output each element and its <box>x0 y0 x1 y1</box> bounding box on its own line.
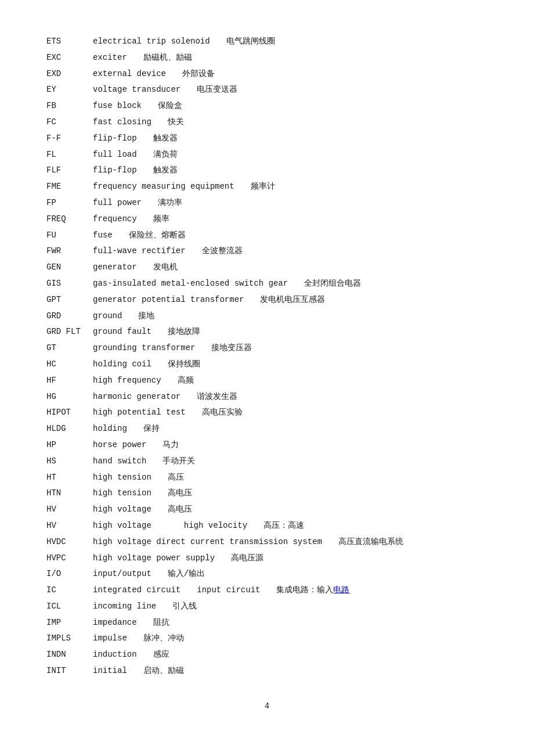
list-item: INDNinduction 感应 <box>46 648 488 662</box>
list-item: EXDexternal device 外部设备 <box>46 67 488 81</box>
abbreviation: FWR <box>46 244 93 258</box>
entry-link[interactable]: 电路 <box>333 585 349 595</box>
abbreviation: HC <box>46 358 93 372</box>
main-content: ETSelectrical trip solenoid 电气跳闸线圈EXCexc… <box>46 35 488 711</box>
definition-text: high frequency 高频 <box>93 374 488 388</box>
definition-text: input/output 输入/输出 <box>93 567 488 581</box>
list-item: GRDground 接地 <box>46 309 488 323</box>
definition-text: grounding transformer 接地变压器 <box>93 341 488 355</box>
list-item: FBfuse block 保险盒 <box>46 99 488 113</box>
abbreviation: HV <box>46 519 93 533</box>
abbreviation: EY <box>46 83 93 97</box>
list-item: F-Fflip-flop 触发器 <box>46 132 488 146</box>
list-item: HPhorse power 马力 <box>46 438 488 452</box>
definition-text: high tension 高电压 <box>93 487 488 501</box>
definition-text: flip-flop 触发器 <box>93 132 488 146</box>
list-item: FWRfull-wave rectifier 全波整流器 <box>46 244 488 258</box>
list-item: HFhigh frequency 高频 <box>46 374 488 388</box>
list-item: HCholding coil 保持线圈 <box>46 358 488 372</box>
definition-text: high tension 高压 <box>93 471 488 485</box>
abbreviation: ETS <box>46 35 93 49</box>
abbreviation: ICL <box>46 600 93 614</box>
abbreviation: HVPC <box>46 552 93 566</box>
list-item: GRD FLTground fault 接地故障 <box>46 325 488 339</box>
abbreviation: GPT <box>46 293 93 307</box>
definition-text: impulse 脉冲、冲动 <box>93 632 488 646</box>
abbreviation: HF <box>46 374 93 388</box>
list-item: INITinitial 启动、励磁 <box>46 664 488 678</box>
abbreviation: HV <box>46 503 93 517</box>
definition-text: induction 感应 <box>93 648 488 662</box>
list-item: FPfull power 满功率 <box>46 196 488 210</box>
list-item: HShand switch 手动开关 <box>46 455 488 469</box>
abbreviation: F-F <box>46 132 93 146</box>
abbreviation: FC <box>46 116 93 129</box>
abbreviation: FP <box>46 196 93 210</box>
list-item: ETSelectrical trip solenoid 电气跳闸线圈 <box>46 35 488 49</box>
list-item: FMEfrequency measuring equipment 频率计 <box>46 180 488 194</box>
list-item: I/Oinput/output 输入/输出 <box>46 567 488 581</box>
definition-text: high voltage high velocity 高压：高速 <box>93 519 488 533</box>
definition-text: high voltage power supply 高电压源 <box>93 552 488 566</box>
list-item: EYvoltage transducer 电压变送器 <box>46 83 488 97</box>
abbreviation: IMP <box>46 616 93 630</box>
list-item: GTgrounding transformer 接地变压器 <box>46 341 488 355</box>
abbreviation: EXD <box>46 67 93 81</box>
abbreviation: FB <box>46 99 93 113</box>
abbreviation: INDN <box>46 648 93 662</box>
abbreviation: IC <box>46 584 93 597</box>
list-item: HIPOThigh potential test 高电压实验 <box>46 406 488 420</box>
abbreviation: FL <box>46 148 93 162</box>
definition-text: fuse 保险丝、熔断器 <box>93 229 488 243</box>
abbreviation: IMPLS <box>46 632 93 646</box>
entries-list: ETSelectrical trip solenoid 电气跳闸线圈EXCexc… <box>46 35 488 678</box>
abbreviation: INIT <box>46 664 93 678</box>
list-item: GPTgenerator potential transformer 发电机电压… <box>46 293 488 307</box>
abbreviation: FME <box>46 180 93 194</box>
list-item: HVhigh voltage 高电压 <box>46 503 488 517</box>
list-item: HVDChigh voltage direct current transmis… <box>46 535 488 549</box>
list-item: FCfast closing 快关 <box>46 116 488 129</box>
abbreviation: HS <box>46 455 93 469</box>
list-item: GISgas-insulated metal-enclosed switch g… <box>46 277 488 291</box>
definition-text[interactable]: integrated circuit input circuit 集成电路：输入… <box>93 584 488 597</box>
list-item: IMPLSimpulse 脉冲、冲动 <box>46 632 488 646</box>
abbreviation: HIPOT <box>46 406 93 420</box>
abbreviation: HTN <box>46 487 93 501</box>
list-item: HThigh tension 高压 <box>46 471 488 485</box>
list-item: GENgenerator 发电机 <box>46 261 488 275</box>
definition-text: exciter 励磁机、励磁 <box>93 51 488 65</box>
definition-text: ground fault 接地故障 <box>93 325 488 339</box>
list-item: HGharmonic generator 谐波发生器 <box>46 390 488 404</box>
list-item: FREQfrequency 频率 <box>46 213 488 226</box>
definition-text: high voltage direct current transmission… <box>93 535 488 549</box>
definition-text: external device 外部设备 <box>93 67 488 81</box>
abbreviation: HVDC <box>46 535 93 549</box>
definition-text: full load 满负荷 <box>93 148 488 162</box>
definition-text: ground 接地 <box>93 309 488 323</box>
definition-text: holding coil 保持线圈 <box>93 358 488 372</box>
list-item: ICLincoming line 引入线 <box>46 600 488 614</box>
abbreviation: GRD FLT <box>46 325 93 339</box>
abbreviation: GEN <box>46 261 93 275</box>
definition-text: voltage transducer 电压变送器 <box>93 83 488 97</box>
abbreviation: I/O <box>46 567 93 581</box>
abbreviation: HT <box>46 471 93 485</box>
list-item: HTNhigh tension 高电压 <box>46 487 488 501</box>
list-item: FUfuse 保险丝、熔断器 <box>46 229 488 243</box>
definition-text: frequency measuring equipment 频率计 <box>93 180 488 194</box>
definition-text: generator potential transformer 发电机电压互感器 <box>93 293 488 307</box>
list-item: HVPChigh voltage power supply 高电压源 <box>46 552 488 566</box>
definition-text: flip-flop 触发器 <box>93 164 488 178</box>
definition-text: initial 启动、励磁 <box>93 664 488 678</box>
definition-text: frequency 频率 <box>93 213 488 226</box>
list-item: IMPimpedance 阻抗 <box>46 616 488 630</box>
abbreviation: FREQ <box>46 213 93 226</box>
abbreviation: GIS <box>46 277 93 291</box>
definition-text: generator 发电机 <box>93 261 488 275</box>
abbreviation: FLF <box>46 164 93 178</box>
definition-text: fast closing 快关 <box>93 116 488 129</box>
abbreviation: HG <box>46 390 93 404</box>
page-number: 4 <box>46 701 488 711</box>
definition-text: incoming line 引入线 <box>93 600 488 614</box>
